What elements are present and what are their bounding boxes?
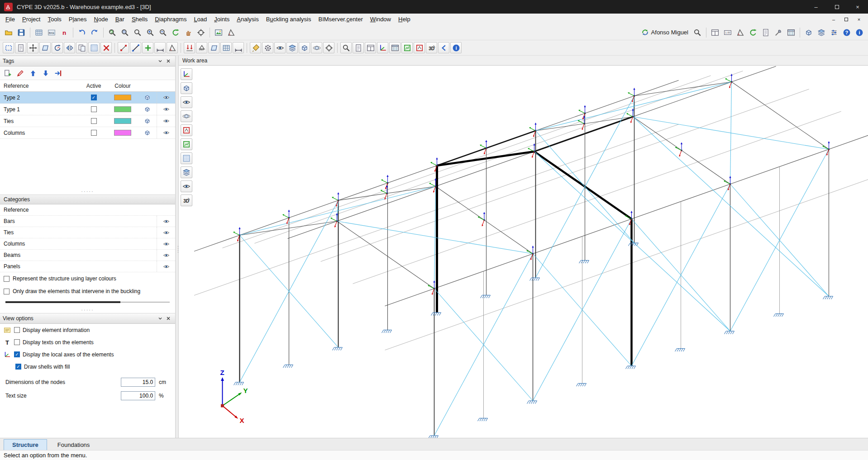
category-row-reference[interactable]: Reference — [0, 204, 175, 216]
divide-bar-icon[interactable] — [142, 42, 153, 53]
tag-active-checkbox[interactable] — [91, 118, 97, 124]
3d-viewport[interactable]: Z Y X — [194, 66, 868, 438]
info-icon[interactable]: i — [450, 42, 462, 53]
move-icon[interactable] — [27, 42, 38, 53]
menu-item-bimserver-center[interactable]: BIMserver.center — [315, 14, 366, 24]
tag-row-columns[interactable]: Columns — [0, 127, 175, 139]
sections-icon[interactable] — [299, 42, 310, 53]
import-export-icon[interactable] — [33, 27, 45, 38]
assign-tag-icon[interactable] — [53, 68, 64, 79]
delete-tag-icon[interactable] — [15, 68, 26, 79]
grid-icon[interactable] — [88, 42, 100, 53]
minimize-button[interactable]: – — [806, 0, 826, 14]
save-icon[interactable] — [15, 27, 27, 38]
move-up-icon[interactable] — [28, 68, 38, 79]
work-planes-icon[interactable] — [39, 42, 51, 53]
display-size-slider[interactable] — [0, 298, 175, 307]
table-icon[interactable] — [389, 42, 401, 53]
layer-colours-option[interactable]: Represent the structure using layer colo… — [0, 272, 175, 285]
tag-row-type-1[interactable]: Type 1 — [0, 104, 175, 115]
search-icon[interactable] — [692, 27, 703, 38]
tag-active-checkbox[interactable] — [91, 106, 97, 112]
menu-item-project[interactable]: Project — [19, 14, 44, 24]
view-option-row-3[interactable]: ✓Draw shells with fill — [0, 360, 175, 373]
loads-icon[interactable] — [184, 42, 195, 53]
local-axes-icon[interactable] — [377, 42, 388, 53]
report-bars-icon[interactable] — [353, 42, 364, 53]
redraw-icon[interactable] — [170, 27, 181, 38]
menu-item-help[interactable]: Help — [395, 14, 414, 24]
menu-item-tools[interactable]: Tools — [44, 14, 65, 24]
paint-section-icon[interactable] — [250, 42, 261, 53]
view-3d-icon[interactable]: 3D — [181, 194, 192, 206]
export-icon[interactable] — [816, 27, 827, 38]
tag-visibility-eye-icon[interactable] — [163, 118, 170, 124]
align-icon[interactable] — [154, 42, 166, 53]
mdi-restore-button[interactable] — [841, 15, 852, 24]
new-window-icon[interactable] — [709, 27, 721, 38]
tag-row-type-2[interactable]: Type 2✓ — [0, 92, 175, 104]
rotate-icon[interactable] — [52, 42, 63, 53]
tag-3d-box-icon[interactable] — [144, 118, 151, 124]
view-options-close-icon[interactable] — [164, 314, 172, 322]
tag-active-checkbox[interactable] — [91, 130, 97, 136]
check-bars-icon[interactable] — [401, 42, 413, 53]
category-visibility-eye-icon[interactable] — [163, 241, 170, 247]
search-bars-icon[interactable] — [340, 42, 352, 53]
mdi-close-button[interactable]: × — [854, 15, 864, 24]
dimension-icon[interactable] — [233, 42, 244, 53]
report-icon[interactable] — [760, 27, 772, 38]
center-icon[interactable] — [323, 42, 334, 53]
measure-angle-icon[interactable] — [167, 42, 178, 53]
node-dimensions-input[interactable] — [121, 378, 155, 387]
zoom-out-icon[interactable] — [157, 27, 169, 38]
tag-colour-swatch[interactable] — [114, 95, 131, 100]
isometric-view-icon[interactable] — [181, 82, 192, 94]
layers-icon[interactable] — [181, 166, 192, 178]
menu-item-file[interactable]: File — [2, 14, 19, 24]
user-account-button[interactable]: Afonso Miguel — [641, 28, 688, 36]
category-visibility-eye-icon[interactable] — [163, 263, 170, 270]
tag-3d-box-icon[interactable] — [144, 94, 151, 101]
buckling-option[interactable]: Only draw the elements that intervene in… — [0, 285, 175, 298]
menu-item-buckling-analysis[interactable]: Buckling analysis — [262, 14, 315, 24]
panel-resize-splitter[interactable] — [176, 56, 179, 438]
panel-splitter-2[interactable] — [0, 307, 175, 313]
category-row-columns[interactable]: Columns — [0, 238, 175, 250]
zoom-in-icon[interactable] — [144, 27, 156, 38]
visibility-icon[interactable] — [181, 96, 192, 108]
view-option-checkbox-0[interactable] — [14, 327, 20, 333]
tab-structure[interactable]: Structure — [4, 439, 47, 450]
visibility-icon[interactable] — [274, 42, 286, 53]
joints-icon[interactable] — [262, 42, 273, 53]
orbit-icon[interactable] — [181, 110, 192, 122]
category-row-panels[interactable]: Panels — [0, 261, 175, 272]
clipping-window-icon[interactable] — [181, 124, 192, 136]
text-size-input[interactable] — [121, 391, 155, 400]
zoom-all-icon[interactable] — [132, 27, 143, 38]
add-tag-icon[interactable] — [2, 68, 13, 79]
category-visibility-eye-icon[interactable] — [163, 229, 170, 236]
new-bar-icon[interactable] — [130, 42, 141, 53]
local-axes-icon[interactable] — [181, 68, 192, 80]
tag-colour-swatch[interactable] — [114, 118, 131, 124]
view-option-row-1[interactable]: TDisplay texts on the elements — [0, 336, 175, 348]
tag-visibility-eye-icon[interactable] — [163, 106, 170, 113]
window-layout-icon[interactable] — [785, 27, 797, 38]
snapshot-icon[interactable] — [213, 27, 224, 38]
settings-icon[interactable] — [828, 27, 840, 38]
view-option-checkbox-2[interactable]: ✓ — [14, 351, 20, 357]
copy-icon[interactable] — [76, 42, 87, 53]
zoom-previous-icon[interactable] — [106, 27, 118, 38]
select-window-icon[interactable] — [3, 42, 14, 53]
zoom-window-icon[interactable] — [119, 27, 131, 38]
pan-icon[interactable] — [182, 27, 194, 38]
view-option-checkbox-1[interactable] — [14, 339, 20, 345]
grid-icon[interactable] — [181, 152, 192, 164]
refresh-view-icon[interactable] — [747, 27, 759, 38]
category-row-bars[interactable]: Bars — [0, 216, 175, 227]
delete-icon[interactable] — [100, 42, 112, 53]
move-down-icon[interactable] — [40, 68, 51, 79]
view-options-collapse-icon[interactable] — [156, 314, 164, 322]
category-visibility-eye-icon[interactable] — [163, 252, 170, 259]
